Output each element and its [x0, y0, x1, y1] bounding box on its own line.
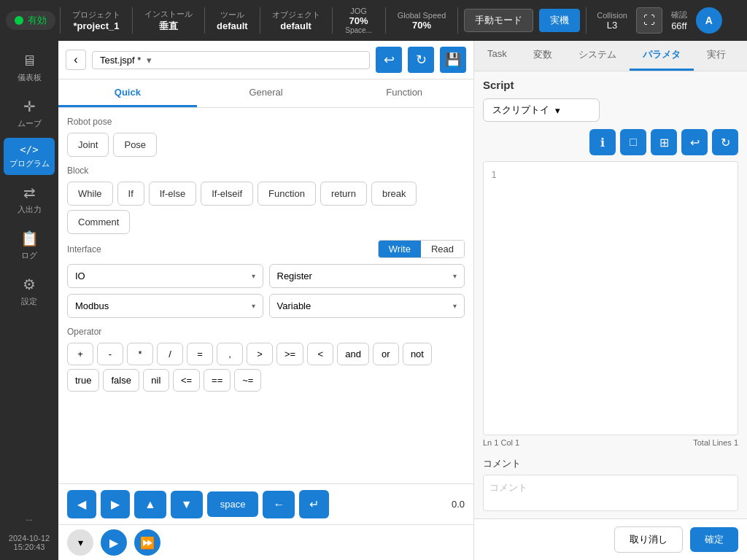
op-lte[interactable]: <= [173, 369, 200, 392]
op-equals[interactable]: = [187, 343, 213, 365]
object-item[interactable]: オブジェクト default [265, 8, 328, 33]
return-button[interactable]: return [320, 182, 367, 206]
grid-button[interactable]: ⊞ [651, 129, 677, 155]
op-gte[interactable]: >= [276, 343, 303, 365]
tab-execute[interactable]: 実行 [694, 41, 739, 71]
manual-mode-button[interactable]: 手動モード [464, 9, 533, 32]
script-redo-button[interactable]: ↻ [712, 129, 738, 155]
tab-task[interactable]: Task [474, 41, 520, 71]
op-nil[interactable]: nil [143, 369, 169, 392]
confirm-button[interactable]: 確定 [690, 527, 738, 552]
op-gt[interactable]: > [247, 343, 273, 365]
op-false[interactable]: false [103, 369, 139, 392]
op-and[interactable]: and [337, 343, 369, 365]
confirm-label: 確認 [671, 9, 687, 20]
fullscreen-icon[interactable]: ⛶ [636, 7, 662, 34]
op-not[interactable]: not [403, 343, 432, 365]
avatar[interactable]: A [696, 7, 722, 34]
space-button[interactable]: space [207, 491, 259, 517]
collision-item[interactable]: Collision L3 [591, 9, 633, 32]
op-minus[interactable]: - [97, 343, 123, 365]
while-button[interactable]: While [67, 182, 113, 206]
sidebar-item-more[interactable]: ... [4, 508, 55, 528]
joint-button[interactable]: Joint [67, 133, 109, 157]
backspace-button[interactable]: ← [263, 491, 295, 518]
op-true[interactable]: true [67, 369, 99, 392]
break-button[interactable]: break [371, 182, 417, 206]
script-content [506, 169, 730, 427]
tab-function[interactable]: Function [335, 79, 473, 107]
comment-button[interactable]: Comment [67, 210, 130, 234]
op-lt[interactable]: < [307, 343, 333, 365]
read-button[interactable]: Read [421, 241, 464, 257]
separator-3 [204, 7, 205, 34]
global-speed-item[interactable]: Global Speed 70% [390, 9, 454, 32]
sidebar-item-move[interactable]: ✛ ムーブ [4, 92, 55, 135]
op-divide[interactable]: / [157, 343, 183, 365]
tab-general[interactable]: General [197, 79, 336, 107]
op-multiply[interactable]: * [127, 343, 153, 365]
io-arrow-icon: ▾ [252, 272, 255, 280]
sidebar-item-dashboard[interactable]: 🖥 儀表板 [4, 47, 55, 89]
modbus-select[interactable]: Modbus ▾ [67, 294, 263, 318]
sidebar-item-io[interactable]: ⇄ 入出力 [4, 178, 55, 221]
variable-select[interactable]: Variable ▾ [269, 294, 465, 318]
sidebar-item-log[interactable]: 📋 ログ [4, 224, 55, 267]
jog-item[interactable]: JOG 70% Space... [337, 5, 381, 36]
script-undo-button[interactable]: ↩ [681, 129, 708, 155]
fast-forward-button[interactable]: ⏩ [134, 529, 160, 556]
separator-7 [457, 7, 458, 34]
sidebar-item-program[interactable]: </> プログラム [4, 138, 55, 175]
file-selector[interactable]: Test.jspf * ▾ [92, 51, 370, 69]
tab-quick[interactable]: Quick [58, 79, 197, 107]
save-button[interactable]: 💾 [440, 47, 466, 73]
nav-right-button[interactable]: ▶ [101, 490, 130, 518]
op-eq[interactable]: == [204, 369, 231, 392]
tab-system[interactable]: システム [565, 41, 630, 71]
operator-label: Operator [67, 327, 465, 337]
back-button[interactable]: ‹ [66, 50, 86, 70]
tool-label: ツール [220, 9, 244, 20]
comment-input[interactable]: コメント [483, 475, 738, 511]
robot-pose-buttons: Joint Pose [67, 133, 465, 157]
io-select[interactable]: IO ▾ [67, 264, 263, 288]
op-or[interactable]: or [373, 343, 399, 365]
info-button[interactable]: ℹ [589, 129, 616, 155]
nav-down-button[interactable]: ▼ [171, 491, 203, 518]
cancel-button[interactable]: 取り消し [614, 526, 683, 553]
op-comma[interactable]: , [217, 343, 243, 365]
enter-button[interactable]: ↵ [299, 490, 329, 518]
function-button[interactable]: Function [258, 182, 316, 206]
status-indicator[interactable]: 有効 [6, 11, 55, 30]
collapse-button[interactable]: ▾ [67, 529, 93, 556]
status-text: 有効 [28, 14, 47, 27]
if-button[interactable]: If [117, 182, 144, 206]
undo-button[interactable]: ↩ [376, 47, 402, 73]
redo-button[interactable]: ↻ [408, 47, 434, 73]
script-title: Script [483, 79, 738, 91]
script-editor[interactable]: 1 [483, 161, 738, 435]
sidebar-item-settings[interactable]: ⚙ 設定 [4, 270, 55, 313]
snippet-button[interactable]: □ [620, 129, 646, 155]
if-elseif-button[interactable]: If-elseif [201, 182, 253, 206]
script-dropdown[interactable]: スクリプトイ ▾ [483, 98, 600, 122]
tab-parameters[interactable]: パラメタ [630, 41, 694, 71]
tool-item[interactable]: ツール default [209, 8, 255, 33]
nav-left-button[interactable]: ◀ [67, 490, 96, 518]
op-neq[interactable]: ~= [234, 369, 261, 392]
pose-button[interactable]: Pose [113, 133, 157, 157]
tab-variables[interactable]: 変数 [520, 41, 565, 71]
op-plus[interactable]: + [67, 343, 93, 365]
nav-up-button[interactable]: ▲ [134, 491, 166, 518]
install-item[interactable]: インストール 垂直 [137, 7, 200, 34]
datetime: 2024-10-12 15:20:43 [6, 531, 53, 554]
install-label: インストール [144, 9, 193, 20]
play-button[interactable]: ▶ [101, 529, 127, 556]
dashboard-icon: 🖥 [22, 52, 36, 69]
register-select[interactable]: Register ▾ [269, 264, 465, 288]
real-mode-button[interactable]: 実機 [539, 9, 580, 32]
project-item[interactable]: プロジェクト *project_1 [65, 8, 128, 33]
interface-header: Interface Write Read [67, 240, 465, 258]
if-else-button[interactable]: If-else [149, 182, 196, 206]
write-button[interactable]: Write [379, 241, 421, 257]
